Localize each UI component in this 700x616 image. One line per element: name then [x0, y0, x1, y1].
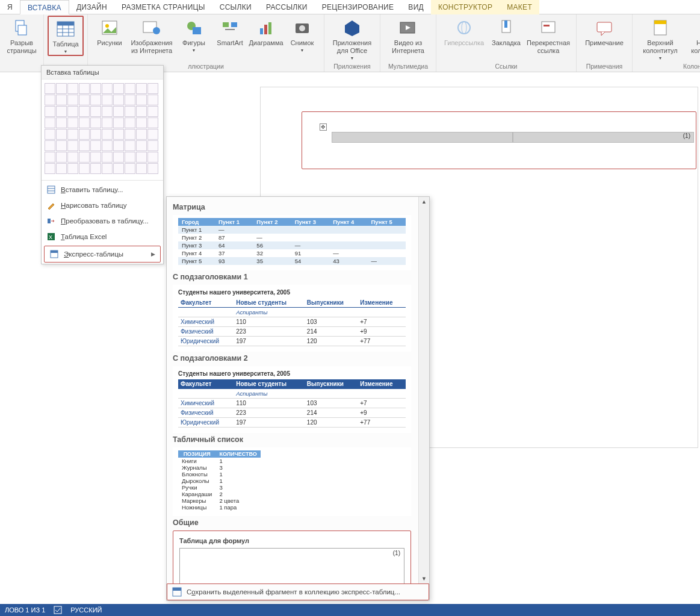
- gallery-heading-sub1: С подзаголовками 1: [173, 273, 411, 281]
- tab-design[interactable]: ДИЗАЙН: [69, 0, 114, 14]
- screenshot-button[interactable]: Снимок▼: [284, 16, 320, 54]
- convert-table-item[interactable]: Преобразовать в таблицу...: [42, 213, 163, 229]
- chevron-down-icon: ▼: [64, 49, 68, 54]
- svg-rect-41: [48, 219, 51, 223]
- group-pages: Разрыв страницы: [0, 14, 44, 72]
- crossref-button[interactable]: Перекрестная ссылка: [524, 16, 572, 55]
- group-apps: Приложения для Office▼Приложения: [324, 14, 380, 72]
- table-button[interactable]: Таблица▼: [48, 16, 84, 56]
- group-illustrations: Рисунки Изображения из Интернета Фигуры▼…: [88, 14, 324, 72]
- svg-rect-38: [48, 186, 55, 193]
- table-dropdown: Вставка таблицы Вставить таблицу... Нари…: [41, 65, 164, 264]
- tab-review[interactable]: РЕЦЕНЗИРОВАНИЕ: [315, 0, 401, 14]
- tab-view[interactable]: ВИД: [401, 0, 431, 14]
- tab-mailings[interactable]: РАССЫЛКИ: [259, 0, 315, 14]
- tab-table-layout[interactable]: МАКЕТ: [500, 0, 539, 14]
- svg-rect-16: [231, 22, 237, 27]
- group-tables: Таблица▼: [44, 14, 88, 72]
- svg-rect-17: [260, 28, 263, 34]
- svg-rect-48: [54, 606, 61, 614]
- svg-point-12: [153, 27, 160, 34]
- tab-insert[interactable]: ВСТАВКА: [20, 0, 69, 14]
- online-pictures-button[interactable]: Изображения из Интернета: [128, 16, 176, 55]
- header-button[interactable]: Верхний колонтитул▼: [636, 16, 684, 61]
- gallery-item-sub2[interactable]: Студенты нашего университета, 2005Факуль…: [173, 366, 411, 433]
- save-to-gallery-button[interactable]: Сохранить выделенный фрагмент в коллекци…: [167, 583, 429, 600]
- ribbon: Разрыв страницы Таблица▼ Рисунки Изображ…: [0, 14, 700, 72]
- svg-marker-22: [345, 20, 359, 36]
- status-language[interactable]: РУССКИЙ: [70, 606, 102, 614]
- gallery-item-matrix[interactable]: ГородПункт 1Пункт 2Пункт 3Пункт 4Пункт 5…: [173, 215, 411, 270]
- tab-file[interactable]: Я: [0, 0, 20, 14]
- gallery-heading-sub2: С подзаголовками 2: [173, 354, 411, 362]
- gallery-item-sub1[interactable]: Студенты нашего университета, 2005Факуль…: [173, 285, 411, 352]
- svg-rect-30: [544, 25, 550, 26]
- ribbon-tabs: Я ВСТАВКА ДИЗАЙН РАЗМЕТКА СТРАНИЦЫ ССЫЛК…: [0, 0, 700, 14]
- online-video-button[interactable]: Видео из Интернета: [384, 16, 432, 55]
- office-apps-button[interactable]: Приложения для Office▼: [328, 16, 376, 61]
- page-break-button[interactable]: Разрыв страницы: [4, 16, 40, 55]
- svg-rect-1: [18, 25, 26, 35]
- gallery-item-formula[interactable]: Таблица для формул (1): [173, 530, 411, 583]
- quick-tables-gallery: Матрица ГородПункт 1Пункт 2Пункт 3Пункт …: [166, 196, 430, 601]
- svg-rect-31: [597, 22, 612, 32]
- svg-rect-28: [504, 20, 507, 28]
- svg-rect-15: [223, 22, 229, 27]
- svg-rect-47: [173, 588, 181, 591]
- gallery-heading-general: Общие: [173, 518, 411, 527]
- svg-rect-33: [654, 20, 666, 24]
- scroll-down-icon[interactable]: ▼: [421, 576, 427, 582]
- svg-rect-29: [542, 22, 555, 33]
- save-gallery-icon: [172, 587, 182, 597]
- tab-table-design[interactable]: КОНСТРУКТОР: [431, 0, 500, 14]
- svg-rect-18: [264, 25, 267, 34]
- table-dropdown-title: Вставка таблицы: [42, 66, 163, 79]
- table-move-handle[interactable]: ✥: [320, 123, 327, 131]
- excel-table-item[interactable]: XТаблица Excel: [42, 229, 163, 244]
- status-wordcount[interactable]: ЛОВО 1 ИЗ 1: [5, 606, 45, 614]
- pictures-button[interactable]: Рисунки: [91, 16, 128, 47]
- group-links: Гиперссылка Закладка Перекрестная ссылка…: [436, 14, 577, 72]
- svg-point-21: [299, 25, 305, 31]
- svg-rect-8: [57, 22, 74, 25]
- hyperlink-button[interactable]: Гиперссылка: [440, 16, 488, 47]
- gallery-item-list[interactable]: ПОЗИЦИЯКОЛИЧЕСТВОКниги1Журналы3Блокноты1…: [173, 447, 411, 516]
- quicktable-icon: [49, 249, 59, 259]
- shapes-button[interactable]: Фигуры▼: [176, 16, 212, 54]
- svg-text:X: X: [49, 234, 52, 240]
- smartart-button[interactable]: SmartArt: [212, 16, 248, 47]
- convert-icon: [46, 216, 56, 226]
- status-bar: ЛОВО 1 ИЗ 1 РУССКИЙ: [0, 604, 700, 616]
- insert-table-item[interactable]: Вставить таблицу...: [42, 182, 163, 198]
- svg-point-10: [105, 24, 109, 28]
- pencil-icon: [46, 201, 56, 210]
- document-table[interactable]: (1): [332, 132, 694, 143]
- group-comments: ПримечаниеПримечания: [577, 14, 633, 72]
- quick-tables-item[interactable]: Экспресс-таблицы▶: [44, 246, 161, 263]
- chart-button[interactable]: Диаграмма: [248, 16, 284, 47]
- svg-rect-14: [193, 27, 201, 34]
- scroll-up-icon[interactable]: ▲: [421, 199, 427, 205]
- table-size-grid[interactable]: [42, 79, 163, 179]
- draw-table-item[interactable]: Нарисовать таблицу: [42, 198, 163, 213]
- group-headerfooter: Верхний колонтитул▼ Нижний колонтитул▼ #…: [633, 14, 700, 72]
- gallery-heading-list: Табличный список: [173, 435, 411, 444]
- footer-button[interactable]: Нижний колонтитул▼: [684, 16, 700, 61]
- tab-page-layout[interactable]: РАЗМЕТКА СТРАНИЦЫ: [114, 0, 212, 14]
- status-proofing-icon[interactable]: [54, 606, 62, 614]
- svg-rect-45: [51, 250, 58, 253]
- bookmark-button[interactable]: Закладка: [488, 16, 524, 47]
- gallery-heading-matrix: Матрица: [173, 203, 411, 211]
- comment-button[interactable]: Примечание: [580, 16, 628, 47]
- gallery-scrollbar[interactable]: ▲▼: [418, 197, 429, 583]
- svg-rect-19: [268, 22, 271, 34]
- excel-icon: X: [46, 232, 56, 241]
- table-icon: [46, 185, 56, 194]
- tab-references[interactable]: ССЫЛКИ: [212, 0, 259, 14]
- svg-point-26: [462, 22, 466, 34]
- group-media: Видео из ИнтернетаМультимедиа: [380, 14, 436, 72]
- svg-point-25: [458, 22, 470, 34]
- chevron-right-icon: ▶: [151, 251, 155, 257]
